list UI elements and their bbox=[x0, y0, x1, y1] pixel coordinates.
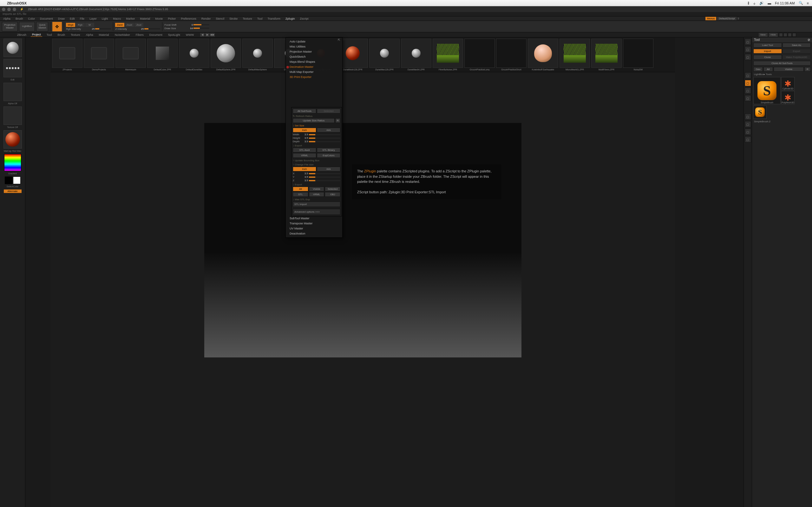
visible-button2[interactable]: Visible bbox=[774, 67, 804, 72]
menu-picker[interactable]: Picker bbox=[166, 17, 177, 20]
focal-shift-slider[interactable] bbox=[194, 24, 209, 25]
zcut-button[interactable]: Zcut bbox=[135, 23, 143, 27]
tab-spotlight[interactable]: SpotLight bbox=[167, 33, 182, 37]
clone-button[interactable]: Clone bbox=[753, 55, 782, 60]
zsub-button[interactable]: Zsub bbox=[125, 23, 134, 27]
width-slider[interactable] bbox=[309, 134, 340, 135]
dropdown-decimation-master[interactable]: Decimation Master bbox=[286, 64, 342, 69]
switch-color-label[interactable]: SwitchColor bbox=[7, 185, 18, 187]
dropdown-uv-master[interactable]: UV Master bbox=[286, 226, 342, 231]
play-fwd[interactable]: ▶▶ bbox=[210, 33, 215, 37]
depth-slider[interactable] bbox=[309, 141, 340, 142]
quick-sketch-button[interactable]: Quick Sketch bbox=[36, 22, 48, 32]
dropdown-3d-print-exporter[interactable]: 3D Print Exporter bbox=[286, 74, 342, 79]
load-tool-button[interactable]: Load Tool bbox=[753, 43, 782, 48]
menu-material[interactable]: Material bbox=[139, 17, 151, 20]
canvas[interactable] bbox=[51, 72, 675, 507]
menu-render[interactable]: Render bbox=[200, 17, 212, 20]
rail-scale[interactable]: ▢ bbox=[745, 88, 751, 94]
alpha-thumb[interactable] bbox=[3, 83, 22, 101]
height-slider[interactable] bbox=[309, 137, 340, 139]
rail-aahalf[interactable]: ▢ bbox=[745, 54, 751, 60]
gallery-item[interactable]: FiberByNoise.ZPR bbox=[433, 39, 463, 71]
volume-icon[interactable]: 🔊 bbox=[759, 1, 764, 5]
minimize-dot[interactable] bbox=[7, 8, 11, 11]
projection-master-button[interactable]: Projection Master bbox=[2, 22, 18, 32]
gallery-item[interactable]: MicroMesh01.ZPR bbox=[560, 39, 590, 71]
menu-texture[interactable]: Texture bbox=[241, 17, 253, 20]
battery-icon[interactable]: ▬ bbox=[768, 1, 771, 5]
all-button[interactable]: All bbox=[293, 187, 308, 191]
notification-icon[interactable]: ≡ bbox=[807, 1, 809, 5]
menu-alpha[interactable]: Alpha bbox=[2, 17, 12, 20]
rail-rot[interactable]: ▢ bbox=[745, 136, 751, 143]
dropdown-projection-master[interactable]: Projection Master bbox=[286, 49, 342, 54]
selected2-button[interactable]: Selected bbox=[325, 187, 340, 191]
rgb-button[interactable]: Rgb bbox=[76, 23, 85, 27]
menu-marker[interactable]: Marker bbox=[125, 17, 136, 20]
expcolors-button[interactable]: ExpColors bbox=[317, 153, 340, 158]
clock[interactable]: Fri 11:06 AM bbox=[775, 1, 795, 5]
gallery-item[interactable]: Kotelnikoff Earthquake bbox=[528, 39, 558, 71]
clone-all-button[interactable]: Clone All SubTools bbox=[753, 61, 811, 66]
stl-ascii-button[interactable]: STL Ascii bbox=[293, 148, 316, 153]
import-button[interactable]: Import bbox=[753, 49, 782, 54]
menu-stroke[interactable]: Stroke bbox=[228, 17, 239, 20]
material-thumb[interactable] bbox=[3, 130, 22, 149]
dropdown-deactivation[interactable]: Deactivation bbox=[286, 231, 342, 236]
wifi-icon[interactable]: ⏚ bbox=[753, 1, 756, 5]
rail-scale[interactable]: ▢ bbox=[745, 129, 751, 135]
alternate-button[interactable]: Alternate bbox=[4, 189, 21, 193]
tab-www[interactable]: WWW bbox=[185, 33, 195, 37]
rail-scroll[interactable]: ▢ bbox=[745, 39, 751, 45]
new-button[interactable]: New bbox=[759, 33, 768, 37]
play-play[interactable]: ▶ bbox=[205, 33, 210, 37]
selected-button[interactable]: Selected bbox=[317, 109, 340, 113]
document-viewport[interactable] bbox=[204, 123, 521, 357]
tab-tool[interactable]: Tool bbox=[45, 33, 53, 37]
z-intensity-slider[interactable] bbox=[144, 28, 160, 30]
gallery-item[interactable]: ZProjects bbox=[52, 39, 83, 71]
tab-project[interactable]: Project bbox=[31, 33, 42, 37]
dropdown-transpose-master[interactable]: Transpose Master bbox=[286, 221, 342, 226]
tool-thumb-simplebrush[interactable]: S SimpleBrush bbox=[753, 77, 780, 104]
y-slider[interactable] bbox=[309, 176, 340, 178]
swatch-white[interactable] bbox=[13, 176, 20, 184]
menu-edit[interactable]: Edit bbox=[68, 17, 76, 20]
tab-texture[interactable]: Texture bbox=[69, 33, 82, 37]
spotlight-icon[interactable]: 🔍 bbox=[799, 1, 803, 5]
swatch-black[interactable] bbox=[5, 176, 12, 184]
default-zscript[interactable]: DefaultZScript bbox=[717, 17, 737, 20]
dropdown-multi-map-exporter[interactable]: Multi Map Exporter bbox=[286, 69, 342, 74]
x-slider[interactable] bbox=[309, 173, 340, 174]
gallery-item[interactable]: DefaultSphere.ZPR bbox=[211, 39, 241, 71]
hide-button[interactable]: Hide bbox=[769, 33, 778, 37]
mrgb-button[interactable]: Mrgb bbox=[66, 23, 75, 27]
draw-size-slider[interactable] bbox=[194, 27, 209, 29]
update-r-button[interactable]: R bbox=[335, 118, 340, 123]
gallery-item[interactable]: NoisyDM bbox=[623, 39, 653, 71]
lightbox-button[interactable]: LightBox bbox=[19, 22, 35, 32]
tab-noisemaker[interactable]: NoiseMaker bbox=[113, 33, 131, 37]
vrml-button[interactable]: VRML bbox=[293, 153, 316, 158]
stl-button[interactable]: STL bbox=[293, 192, 308, 197]
view-icon-3[interactable] bbox=[788, 33, 792, 37]
menu-color[interactable]: Color bbox=[27, 17, 37, 20]
r-button[interactable]: R bbox=[804, 67, 811, 72]
menus-badge[interactable]: Menus bbox=[705, 17, 716, 20]
menu-draw[interactable]: Draw bbox=[57, 17, 66, 20]
view-icon-1[interactable] bbox=[779, 33, 783, 37]
menu-brush[interactable]: Brush bbox=[14, 17, 24, 20]
m-button[interactable]: M bbox=[85, 23, 94, 27]
rail-move[interactable]: ▢ bbox=[745, 121, 751, 127]
view-icon-4[interactable] bbox=[792, 33, 796, 37]
tool-thumb-simplebrush2[interactable]: S bbox=[753, 106, 767, 119]
make-polymesh-button[interactable]: Make PolyMesh3D bbox=[782, 55, 811, 60]
menu-light[interactable]: Light bbox=[101, 17, 109, 20]
menu-macro[interactable]: Macro bbox=[112, 17, 122, 20]
menu-zplugin[interactable]: Zplugin bbox=[284, 17, 296, 20]
zadd-button[interactable]: Zadd bbox=[115, 23, 124, 27]
menu-tool[interactable]: Tool bbox=[256, 17, 264, 20]
rail-rotate[interactable]: ▢ bbox=[745, 95, 751, 101]
help-icon[interactable]: ? bbox=[738, 17, 739, 20]
